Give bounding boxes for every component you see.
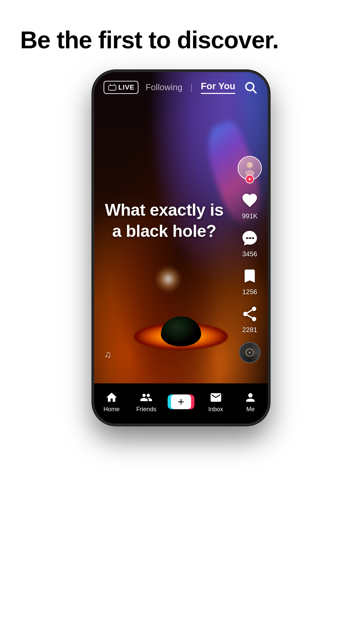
creator-avatar[interactable]: +	[238, 156, 262, 180]
svg-line-5	[253, 90, 256, 93]
nav-add[interactable]	[164, 393, 198, 410]
comment-action[interactable]: 3456	[240, 228, 260, 258]
plus-icon	[176, 397, 186, 407]
heart-icon	[240, 190, 260, 210]
foryou-tab[interactable]: For You	[201, 81, 235, 94]
svg-point-8	[247, 162, 253, 168]
share-count: 2281	[242, 326, 257, 334]
bookmark-count: 1256	[242, 288, 257, 296]
comment-icon	[240, 228, 260, 248]
comment-count: 3456	[242, 250, 257, 258]
black-hole-visual	[134, 283, 228, 350]
following-tab[interactable]: Following	[145, 82, 182, 93]
disc-svg	[246, 348, 254, 357]
center-glow	[155, 266, 182, 292]
profile-icon	[244, 391, 257, 404]
tv-icon	[108, 84, 117, 91]
nav-inbox[interactable]: Inbox	[198, 391, 233, 413]
home-label: Home	[104, 406, 120, 413]
music-disc[interactable]	[239, 342, 260, 363]
music-note-area: ♫	[104, 349, 111, 360]
page-headline: Be the first to discover.	[0, 0, 362, 67]
nav-me[interactable]: Me	[233, 391, 268, 413]
top-navigation: LIVE Following | For You	[94, 72, 268, 102]
home-icon	[105, 391, 118, 404]
inbox-icon	[209, 391, 222, 404]
follow-plus-button[interactable]: +	[245, 175, 254, 183]
me-label: Me	[246, 406, 255, 413]
friends-icon	[140, 391, 153, 404]
live-button[interactable]: LIVE	[104, 81, 138, 94]
like-count: 991K	[242, 212, 258, 220]
nav-friends[interactable]: Friends	[129, 391, 164, 413]
share-action[interactable]: 2281	[240, 304, 260, 334]
like-action[interactable]: 991K	[240, 190, 260, 220]
bookmark-action[interactable]: 1256	[240, 266, 260, 296]
inbox-label: Inbox	[208, 406, 223, 413]
svg-rect-0	[109, 86, 116, 90]
nav-tabs: Following | For You	[145, 81, 235, 94]
bottom-navigation: Home Friends	[94, 383, 268, 424]
search-button[interactable]	[242, 79, 258, 95]
add-button[interactable]	[169, 393, 193, 410]
video-title-area: What exactly is a black hole?	[94, 200, 234, 241]
video-title-text: What exactly is a black hole?	[104, 200, 224, 241]
add-btn-white	[171, 394, 191, 409]
black-hole-sphere	[161, 316, 201, 346]
nav-tab-divider: |	[190, 82, 193, 93]
bookmark-icon	[240, 266, 260, 286]
nav-home[interactable]: Home	[94, 391, 129, 413]
live-label: LIVE	[118, 84, 134, 91]
music-disc-inner	[246, 348, 254, 357]
phone-device: LIVE Following | For You What exactly is…	[92, 70, 270, 426]
action-sidebar: + 991K 3456	[238, 156, 262, 363]
phone-screen: LIVE Following | For You What exactly is…	[92, 70, 270, 426]
friends-label: Friends	[136, 406, 156, 413]
share-icon	[240, 304, 260, 324]
svg-point-10	[249, 352, 251, 354]
music-note-icon: ♫	[104, 349, 111, 360]
